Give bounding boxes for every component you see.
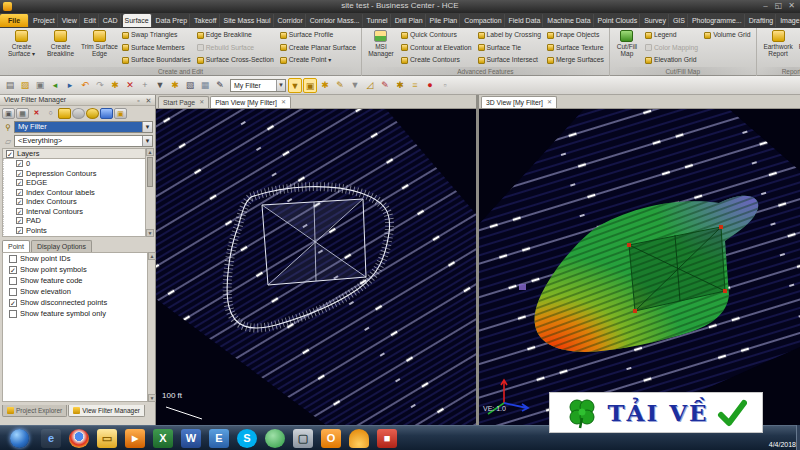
green-app-icon[interactable] [265,429,285,448]
tab-site-mass-haul[interactable]: Site Mass Haul [221,14,273,27]
tab-project[interactable]: Project [31,14,58,27]
tab-drill-plan[interactable]: Drill Plan [393,14,426,27]
option-checkbox[interactable]: ✓ [9,299,17,307]
show-desktop-button[interactable] [796,425,800,450]
tab-3d-view[interactable]: 3D View [My Filter]✕ [481,96,557,108]
undo-icon[interactable]: ↶ [78,78,92,93]
threed-view-viewport[interactable]: VE: 1.0 [479,109,800,425]
toolbox-icon[interactable]: ✱ [393,78,407,93]
panel-close-icon[interactable]: ✕ [144,96,153,106]
layer-checkbox[interactable]: ✓ [16,198,23,205]
tab-field-data[interactable]: Field Data [507,14,544,27]
blue-app-icon[interactable]: E [209,429,229,448]
tab-start-page[interactable]: Start Page✕ [158,96,209,108]
image-view-icon[interactable]: ▦ [198,78,212,93]
surface-tie-button[interactable]: Surface Tie [478,44,541,52]
msi-manager-button[interactable]: MSI Manager [364,29,398,66]
pin-icon[interactable]: ▫ [134,96,143,106]
drape-objects-button[interactable]: Drape Objects [547,31,604,39]
chrome-icon[interactable] [69,429,89,448]
view-filter-icon[interactable]: ▼ [288,78,302,93]
import-icon[interactable]: ◂ [48,78,62,93]
surface-cross-section-button[interactable]: Surface Cross-Section [197,56,274,64]
tab-point-clouds[interactable]: Point Clouds [596,14,641,27]
surface-members-button[interactable]: Surface Members [122,44,191,52]
highlight-icon[interactable] [86,108,99,119]
word-icon[interactable]: W [181,429,201,448]
elevation-grid-button[interactable]: Elevation Grid [645,56,698,64]
quick-contours-button[interactable]: Quick Contours [401,31,472,39]
file-explorer-icon[interactable]: ▭ [97,429,117,448]
rotate-icon[interactable]: ▼ [348,78,362,93]
media-player-icon[interactable]: ▶ [125,429,145,448]
new-filter-icon[interactable]: ▣ [2,108,15,119]
close-tab-icon[interactable]: ✕ [199,97,204,108]
tab-cad[interactable]: CAD [101,14,121,27]
layer-checkbox[interactable]: ✓ [16,170,23,177]
layer-checkbox[interactable]: ✓ [16,227,23,234]
layers-tree-header[interactable]: ✓ Layers [2,148,153,159]
tab-corridor[interactable]: Corridor [276,14,306,27]
options-gear-icon[interactable]: ✱ [108,78,122,93]
save-icon[interactable]: ▣ [33,78,47,93]
select-icon[interactable]: ▼ [153,78,167,93]
option-checkbox[interactable] [9,310,17,318]
tab-machine-data[interactable]: Machine Data [545,14,593,27]
tab-image[interactable]: Image [778,14,800,27]
tab-gis[interactable]: GIS [671,14,688,27]
tab-plan-view[interactable]: Plan View [My Filter]✕ [210,96,291,108]
surface-boundaries-button[interactable]: Surface Boundaries [122,56,191,64]
trim-surface-edge-button[interactable]: Trim Surface Edge [80,29,119,66]
redo-icon[interactable]: ↷ [93,78,107,93]
minimize-button[interactable]: – [759,1,772,12]
refresh-filter-icon[interactable] [100,108,113,119]
surface-texture-button[interactable]: Surface Texture [547,44,604,52]
trimble-app-icon[interactable] [349,429,369,448]
layer-row[interactable]: ✓Index Contour labels [3,188,152,198]
layer-row[interactable]: ✓Depression Contours [3,169,152,179]
layer-row[interactable]: ✓EDGE [3,178,152,188]
option-row[interactable]: Show feature symbol only [3,308,152,319]
view-filter-combo[interactable]: My Filter ▼ [230,79,286,92]
start-button[interactable] [10,429,29,448]
tab-drafting[interactable]: Drafting [747,14,777,27]
delete-icon[interactable]: ✕ [123,78,137,93]
surface-profile-button[interactable]: Surface Profile [280,31,356,39]
tab-view[interactable]: View [60,14,80,27]
create-planar-surface-button[interactable]: Create Planar Surface [280,44,356,52]
option-checkbox[interactable] [9,288,17,296]
plan-view-viewport[interactable]: 100 ft [156,109,476,425]
create-point-button[interactable]: Create Point [280,56,356,64]
tab-data-prep[interactable]: Data Prep [154,14,191,27]
tab-pile-plan[interactable]: Pile Plan [428,14,461,27]
tab-compaction[interactable]: Compaction [462,14,504,27]
scope-select[interactable]: <Everything> ▼ [14,135,153,147]
isolate-layers-icon[interactable] [58,108,71,119]
option-checkbox[interactable]: ✓ [9,266,17,274]
tab-edit[interactable]: Edit [82,14,99,27]
explode-icon[interactable]: ✱ [168,78,182,93]
record-icon[interactable]: ● [423,78,437,93]
option-row[interactable]: ✓Show disconnected points [3,297,152,308]
scroll-down-icon[interactable]: ▼ [148,394,156,402]
layers-icon[interactable]: ≡ [408,78,422,93]
option-checkbox[interactable] [9,277,17,285]
filter-select[interactable]: My Filter ▼ [14,121,153,133]
delete-filter-icon[interactable]: ✕ [30,108,43,119]
redline-icon[interactable]: ✎ [378,78,392,93]
option-row[interactable]: ✓Show point symbols [3,264,152,275]
options-scrollbar[interactable]: ▲ ▼ [147,252,155,402]
tree-scrollbar[interactable]: ▲ ▼ [145,148,153,237]
tab-project-explorer[interactable]: Project Explorer [2,405,67,417]
option-row[interactable]: Show point IDs [3,253,152,264]
layer-row[interactable]: ✓PAD [3,216,152,226]
merge-surfaces-button[interactable]: Merge Surfaces [547,56,604,64]
cutfill-map-button[interactable]: Cut/Fill Map [612,29,642,66]
surface-intersect-button[interactable]: Surface Intersect [478,56,541,64]
internet-explorer-icon[interactable]: e [41,429,61,448]
layers-checkbox[interactable]: ✓ [6,150,14,158]
tab-takeoff[interactable]: Takeoff [192,14,219,27]
skype-icon[interactable]: S [237,429,257,448]
contour-at-elevation-button[interactable]: Contour at Elevation [401,44,472,52]
color-mapping-button[interactable]: Color Mapping [645,44,698,52]
